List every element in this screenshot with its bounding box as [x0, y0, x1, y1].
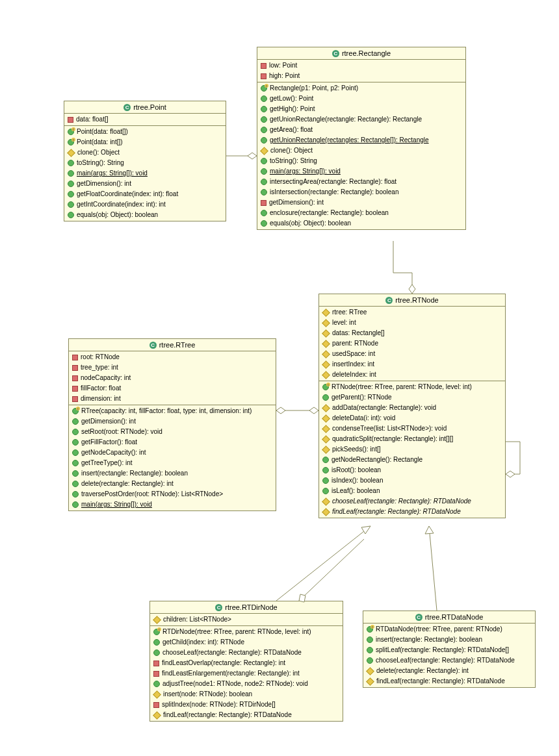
member-text: usedSpace: int: [332, 349, 375, 359]
fields-section: rtree: RTreelevel: intdatas: Rectangle[]…: [319, 307, 505, 381]
svg-marker-3: [309, 407, 318, 414]
class-icon: C: [215, 604, 222, 611]
green-circle-icon: [261, 220, 267, 227]
member-text: findLeaf(rectangle: Rectangle): RTDataNo…: [376, 677, 505, 686]
member-text: RTree(capacity: int, fillFactor: float, …: [81, 407, 252, 416]
member-text: findLeastEnlargement(rectangle: Rectangl…: [162, 669, 300, 678]
yellow-diamond-icon: [322, 414, 330, 423]
member-row: getDimension(): int: [69, 416, 276, 427]
member-row: toString(): String: [64, 158, 226, 168]
member-row: clone(): Object: [257, 145, 465, 156]
green-circle-icon: [72, 501, 79, 508]
member-row: chooseLeaf(rectangle: Rectangle): RTData…: [363, 655, 535, 666]
yellow-diamond-icon: [322, 360, 330, 369]
member-row: delete(rectangle: Rectangle): int: [69, 479, 276, 489]
yellow-diamond-icon: [366, 677, 374, 686]
member-text: getParent(): RTNode: [332, 393, 392, 402]
member-text: isLeaf(): boolean: [332, 486, 380, 496]
member-text: findLeaf(rectangle: Rectangle): RTDataNo…: [332, 507, 461, 516]
green-circle-icon: [68, 201, 74, 208]
class-rtnode: C rtree.RTNode rtree: RTreelevel: intdat…: [318, 294, 506, 518]
member-text: getArea(): float: [270, 125, 313, 134]
member-row: isLeaf(): boolean: [319, 486, 505, 496]
member-text: isIntersection(rectangle: Rectangle): bo…: [270, 188, 398, 197]
class-point: C rtree.Point data: float[] Point(data: …: [64, 101, 226, 221]
member-text: delete(rectangle: Rectangle): int: [81, 479, 174, 488]
member-row: RTDataNode(rtree: RTree, parent: RTNode): [363, 624, 535, 635]
member-row: tree_type: int: [69, 362, 276, 373]
member-text: splitIndex(node: RTNode): RTDirNode[]: [162, 700, 276, 709]
green-circle-icon: [367, 657, 373, 664]
member-row: findLeaf(rectangle: Rectangle): RTDataNo…: [363, 676, 535, 687]
red-square-icon: [72, 355, 78, 360]
member-row: findLeaf(rectangle: Rectangle): RTDataNo…: [150, 710, 343, 720]
green-circle-icon: [68, 212, 74, 218]
member-text: getDimension(): int: [77, 179, 131, 188]
member-row: datas: Rectangle[]: [319, 328, 505, 338]
member-text: chooseLeaf(rectangle: Rectangle): RTData…: [376, 656, 515, 665]
green-circle-icon: [322, 488, 329, 494]
member-text: findLeaf(rectangle: Rectangle): RTDataNo…: [163, 711, 292, 720]
fields-section: children: List<RTNode>: [150, 614, 343, 626]
svg-marker-2: [276, 407, 285, 414]
member-text: equals(obj: Object): boolean: [270, 219, 351, 228]
member-row: getUnionRectangle(rectangles: Rectangle[…: [257, 135, 465, 145]
red-square-icon: [153, 671, 159, 677]
member-text: getUnionRectangle(rectangle: Rectangle):…: [270, 115, 422, 124]
green-circle-icon: [322, 467, 329, 473]
member-text: getNodeRectangle(): Rectangle: [332, 455, 422, 464]
member-row: insert(rectangle: Rectangle): boolean: [363, 635, 535, 645]
class-title: C rtree.Point: [64, 101, 226, 114]
class-title: C rtree.RTDirNode: [150, 601, 343, 614]
methods-section: RTNode(rtree: RTree, parent: RTNode, lev…: [319, 381, 505, 518]
green-circle-icon: [68, 191, 74, 197]
member-row: getFillFactor(): float: [69, 437, 276, 447]
member-text: RTDataNode(rtree: RTree, parent: RTNode): [376, 625, 502, 634]
class-rtdirnode: C rtree.RTDirNode children: List<RTNode>…: [150, 601, 343, 722]
member-text: isRoot(): boolean: [332, 466, 381, 475]
member-text: getFloatCoordinate(index: int): float: [77, 190, 178, 199]
member-row: isRoot(): boolean: [319, 465, 505, 475]
red-square-icon: [72, 375, 78, 381]
green-circle-icon: [261, 168, 267, 175]
methods-section: RTDataNode(rtree: RTree, parent: RTNode)…: [363, 624, 535, 687]
member-text: findLeastOverlap(rectangle: Rectangle): …: [162, 659, 285, 668]
member-text: nodeCapacity: int: [81, 373, 131, 383]
member-row: getNodeCapacity(): int: [69, 447, 276, 458]
yellow-diamond-icon: [67, 149, 75, 157]
class-name: rtree.RTree: [159, 341, 196, 349]
member-row: parent: RTNode: [319, 338, 505, 349]
methods-section: RTDirNode(rtree: RTree, parent: RTNode, …: [150, 626, 343, 721]
member-text: clone(): Object: [270, 146, 313, 155]
member-row: pickSeeds(): int[]: [319, 444, 505, 455]
yellow-diamond-icon: [322, 340, 330, 348]
green-circle-icon: [261, 95, 267, 102]
yellow-diamond-icon: [322, 498, 330, 506]
member-row: main(args: String[]): void: [257, 166, 465, 177]
yellow-diamond-icon: [322, 350, 330, 359]
member-row: quadraticSplit(rectangle: Rectangle): in…: [319, 434, 505, 444]
red-square-icon: [72, 365, 78, 371]
green-circle-icon: [367, 626, 373, 633]
member-text: traversePostOrder(root: RTNode): List<RT…: [81, 490, 223, 499]
yellow-diamond-icon: [322, 319, 330, 327]
red-square-icon: [72, 396, 78, 402]
class-icon: C: [415, 614, 422, 621]
red-square-icon: [261, 73, 266, 79]
green-circle-icon: [261, 137, 267, 144]
yellow-diamond-icon: [322, 446, 330, 454]
member-text: chooseLeaf(rectangle: Rectangle): RTData…: [332, 497, 471, 506]
red-square-icon: [261, 63, 266, 69]
green-circle-icon: [261, 116, 267, 123]
member-text: equals(obj: Object): boolean: [77, 210, 158, 220]
member-row: getNodeRectangle(): Rectangle: [319, 455, 505, 465]
member-text: splitLeaf(rectangle: Rectangle): RTDataN…: [376, 646, 509, 655]
member-text: getFillFactor(): float: [81, 438, 137, 447]
member-row: fillFactor: float: [69, 383, 276, 394]
member-text: adjustTree(node1: RTNode, node2: RTNode)…: [162, 679, 308, 688]
member-text: parent: RTNode: [332, 339, 378, 348]
class-icon: C: [150, 342, 157, 349]
member-text: tree_type: int: [81, 363, 118, 372]
member-text: Point(data: float[]): [77, 127, 128, 136]
yellow-diamond-icon: [322, 371, 330, 379]
